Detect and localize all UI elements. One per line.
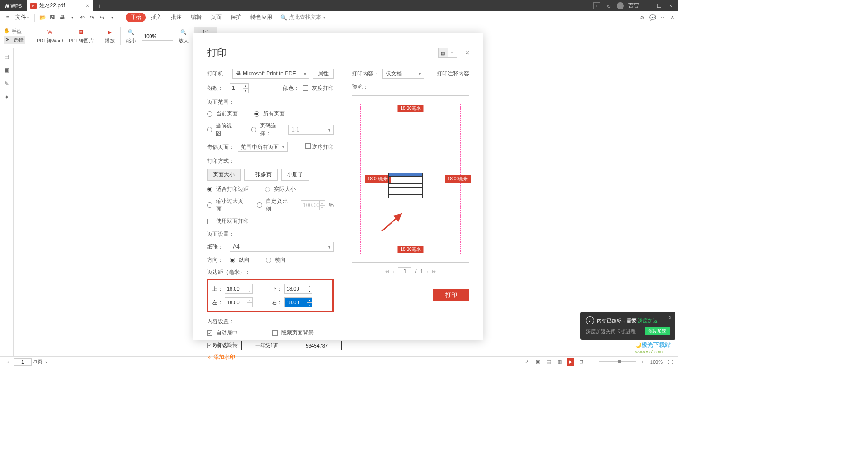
range-pages-radio[interactable] [251, 127, 256, 132]
view-detail-icon[interactable]: ▤ [439, 48, 448, 57]
shrink-radio[interactable] [207, 202, 212, 208]
grayscale-checkbox[interactable] [303, 85, 308, 91]
zoom-slider[interactable] [599, 361, 636, 362]
dialog-close-icon[interactable]: × [465, 49, 469, 57]
fit-margin-radio[interactable] [207, 187, 212, 192]
landscape-radio[interactable] [266, 258, 271, 263]
add-tab-button[interactable]: + [93, 2, 107, 9]
pager-next-icon[interactable]: › [427, 268, 429, 274]
pager-current-input[interactable] [398, 267, 411, 275]
play-tool[interactable]: ▶播放 [105, 28, 115, 44]
sb-ico-4[interactable]: ▥ [556, 358, 563, 366]
oddeven-select[interactable]: 范围中所有页面 [238, 142, 288, 152]
range-current-radio[interactable] [207, 111, 212, 117]
paper-select[interactable]: A4 [230, 242, 334, 252]
sb-prev-icon[interactable]: ‹ [5, 358, 12, 366]
sb-ico-rec[interactable]: ▶ [567, 358, 574, 366]
reverse-checkbox[interactable] [305, 143, 311, 149]
margin-right-input[interactable]: 18.00▴▾ [284, 297, 312, 307]
view-simple-icon[interactable]: ≡ [448, 48, 457, 57]
copies-input[interactable]: 1▴▾ [230, 83, 249, 93]
range-all-radio[interactable] [254, 111, 259, 117]
collapse-ribbon-icon[interactable]: ∧ [670, 14, 675, 21]
actual-size-radio[interactable] [265, 187, 270, 192]
sb-fullscreen-icon[interactable]: ⛶ [666, 358, 674, 366]
hide-settings-link[interactable]: 隐藏部分设置︿ [207, 366, 334, 367]
export-dropdown-icon[interactable]: ▾ [108, 14, 116, 22]
settings-icon[interactable]: ⚙ [640, 14, 645, 21]
margin-left-input[interactable]: 18.00▴▾ [225, 297, 253, 307]
pdf-to-word[interactable]: WPDF转Word [37, 28, 63, 44]
save-icon[interactable]: 🖫 [48, 14, 57, 22]
redo-icon[interactable]: ↷ [88, 14, 96, 22]
export-icon[interactable]: ↪ [98, 14, 106, 22]
sb-ico-3[interactable]: ▤ [545, 358, 552, 366]
pager-last-icon[interactable]: ⏭ [432, 268, 437, 274]
file-menu[interactable]: 文件 ▾ [14, 14, 31, 21]
pdf-to-image[interactable]: 🖼PDF转图片 [69, 28, 94, 44]
menu-annotate[interactable]: 批注 [167, 14, 185, 21]
pager-first-icon[interactable]: ⏮ [384, 268, 389, 274]
range-pages-input[interactable]: 1-1 [288, 125, 334, 135]
spinner-up-icon[interactable]: ▴ [243, 84, 248, 89]
menu-page[interactable]: 页面 [207, 14, 225, 21]
auto-center-checkbox[interactable] [207, 330, 212, 336]
duplex-checkbox[interactable] [207, 219, 212, 224]
user-avatar-icon[interactable] [617, 2, 624, 9]
thumbnails-icon[interactable]: ▤ [3, 53, 10, 60]
document-tab[interactable]: P 姓名22.pdf × [27, 0, 93, 11]
minimize-icon[interactable]: — [644, 2, 651, 9]
open-icon[interactable]: 📂 [38, 14, 47, 22]
sb-zoom-in-icon[interactable]: + [639, 358, 646, 366]
spinner-down-icon[interactable]: ▾ [243, 89, 248, 93]
pager-prev-icon[interactable]: ‹ [393, 268, 395, 274]
undo-icon[interactable]: ↶ [78, 14, 86, 22]
range-view-radio[interactable] [207, 127, 212, 132]
print-content-select[interactable]: 仅文档 [382, 69, 424, 79]
printer-select[interactable]: 🖶Microsoft Print to PDF [232, 69, 309, 79]
sb-next-icon[interactable]: › [42, 358, 50, 366]
portrait-radio[interactable] [230, 258, 235, 263]
menu-protect[interactable]: 保护 [227, 14, 245, 21]
more-icon[interactable]: ⋯ [660, 14, 666, 21]
margin-bottom-input[interactable]: 18.00▴▾ [284, 284, 312, 294]
sb-ico-2[interactable]: ▣ [534, 358, 542, 366]
method-multi-button[interactable]: 一张多页 [244, 169, 278, 181]
sb-page-input[interactable] [14, 358, 32, 366]
view-toggle[interactable]: ▤ ≡ [438, 48, 457, 58]
bookmarks-icon[interactable]: ▣ [3, 66, 10, 74]
toast-close-icon[interactable]: × [669, 315, 672, 321]
signatures-icon[interactable]: ✦ [3, 94, 10, 101]
method-pagesize-button[interactable]: 页面大小 [207, 169, 241, 181]
search-box[interactable]: 🔍 点此查找文本▾ [280, 14, 325, 21]
close-tab-icon[interactable]: × [86, 3, 89, 9]
activity-icon[interactable]: ⎋ [605, 2, 612, 9]
sb-zoom-out-icon[interactable]: − [589, 358, 596, 366]
menu-special[interactable]: 特色应用 [247, 14, 276, 21]
zoom-out[interactable]: 🔍缩小 [126, 28, 136, 44]
hand-tool[interactable]: ✋手型 [4, 28, 25, 35]
window-close-icon[interactable]: × [667, 2, 675, 9]
margin-top-input[interactable]: 18.00▴▾ [225, 284, 253, 294]
titlebar-badge[interactable]: 1 [593, 2, 600, 9]
print-button[interactable]: 打印 [433, 289, 469, 301]
zoom-input[interactable] [142, 32, 173, 41]
sb-ico-5[interactable]: ⊡ [578, 358, 585, 366]
custom-scale-input[interactable]: 100.00▴▾ [301, 200, 325, 210]
feedback-icon[interactable]: 💬 [649, 14, 656, 21]
maximize-icon[interactable]: ☐ [656, 2, 663, 9]
print-dropdown-icon[interactable]: ▾ [68, 14, 76, 22]
zoom-in[interactable]: 🔍放大 [179, 28, 189, 44]
hide-bg-checkbox[interactable] [272, 330, 278, 336]
menu-icon[interactable]: ≡ [4, 14, 12, 22]
print-annotations-checkbox[interactable] [428, 71, 433, 76]
attachments-icon[interactable]: ✎ [3, 80, 10, 87]
properties-button[interactable]: 属性 [313, 69, 334, 79]
method-booklet-button[interactable]: 小册子 [281, 169, 309, 181]
add-watermark-link[interactable]: ✧添加水印 [207, 353, 334, 361]
print-icon[interactable]: 🖶 [58, 14, 66, 22]
menu-insert[interactable]: 插入 [147, 14, 165, 21]
toast-action-button[interactable]: 深度加速 [645, 327, 670, 335]
sb-ico-1[interactable]: ↗ [524, 358, 531, 366]
select-tool[interactable]: ➤选择 [4, 36, 25, 44]
